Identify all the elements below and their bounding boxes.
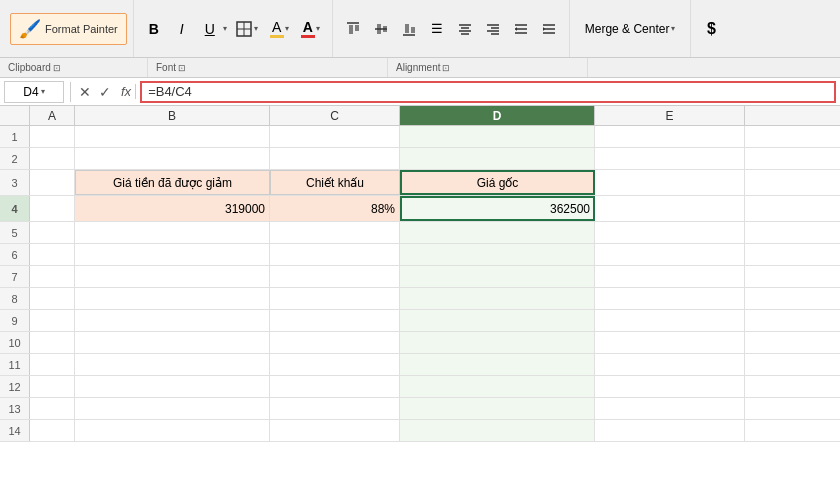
increase-indent-button[interactable] [537,17,561,41]
align-top-button[interactable] [341,17,365,41]
cell-c8[interactable] [270,288,400,309]
underline-button[interactable]: U [198,17,222,41]
cell-e4[interactable] [595,196,745,221]
cell-b7[interactable] [75,266,270,287]
cell-a12[interactable] [30,376,75,397]
cell-c6[interactable] [270,244,400,265]
cell-c3[interactable]: Chiết khấu [270,170,400,195]
confirm-formula-button[interactable]: ✓ [97,84,113,100]
cell-b3[interactable]: Giá tiền đã được giảm [75,170,270,195]
align-bottom-button[interactable] [397,17,421,41]
col-header-e[interactable]: E [595,106,745,125]
cell-c12[interactable] [270,376,400,397]
cell-b2[interactable] [75,148,270,169]
col-header-b[interactable]: B [75,106,270,125]
cell-b13[interactable] [75,398,270,419]
col-header-c[interactable]: C [270,106,400,125]
cell-d11[interactable] [400,354,595,375]
dollar-button[interactable]: $ [699,17,723,41]
italic-button[interactable]: I [170,17,194,41]
alignment-expand-icon[interactable]: ⊡ [442,63,450,73]
cell-e10[interactable] [595,332,745,353]
cell-e9[interactable] [595,310,745,331]
cell-d9[interactable] [400,310,595,331]
cell-d7[interactable] [400,266,595,287]
cell-c1[interactable] [270,126,400,147]
cell-b6[interactable] [75,244,270,265]
cell-b4[interactable]: 319000 [75,196,270,221]
cell-a9[interactable] [30,310,75,331]
underline-button-group[interactable]: U ▾ [198,17,227,41]
cell-b10[interactable] [75,332,270,353]
cell-e5[interactable] [595,222,745,243]
borders-dropdown-arrow[interactable]: ▾ [254,24,258,33]
fill-dropdown-arrow[interactable]: ▾ [285,24,289,33]
cell-e8[interactable] [595,288,745,309]
cell-d6[interactable] [400,244,595,265]
cell-d10[interactable] [400,332,595,353]
cell-b1[interactable] [75,126,270,147]
col-header-d[interactable]: D [400,106,595,125]
cell-e3[interactable] [595,170,745,195]
cell-d5[interactable] [400,222,595,243]
cell-c14[interactable] [270,420,400,441]
cell-a10[interactable] [30,332,75,353]
cell-a2[interactable] [30,148,75,169]
cell-c9[interactable] [270,310,400,331]
cell-a3[interactable] [30,170,75,195]
cell-a5[interactable] [30,222,75,243]
cell-d3[interactable]: Giá gốc [400,170,595,195]
cell-e6[interactable] [595,244,745,265]
merge-dropdown-arrow[interactable]: ▾ [671,24,675,33]
cell-a6[interactable] [30,244,75,265]
cell-c4[interactable]: 88% [270,196,400,221]
cell-ref-dropdown-arrow[interactable]: ▾ [41,87,45,96]
cell-e1[interactable] [595,126,745,147]
cell-b9[interactable] [75,310,270,331]
align-right-button[interactable] [481,17,505,41]
align-middle-button[interactable] [369,17,393,41]
cell-d13[interactable] [400,398,595,419]
cell-b5[interactable] [75,222,270,243]
bold-button[interactable]: B [142,17,166,41]
cell-c11[interactable] [270,354,400,375]
cell-e7[interactable] [595,266,745,287]
cell-a7[interactable] [30,266,75,287]
cell-e12[interactable] [595,376,745,397]
cell-d8[interactable] [400,288,595,309]
format-painter-button[interactable]: 🖌️ Format Painter [10,13,127,45]
underline-dropdown-arrow[interactable]: ▾ [223,24,227,33]
cell-a13[interactable] [30,398,75,419]
align-left-button[interactable]: ☰ [425,17,449,41]
cell-b14[interactable] [75,420,270,441]
cell-c5[interactable] [270,222,400,243]
cell-d14[interactable] [400,420,595,441]
col-header-a[interactable]: A [30,106,75,125]
cell-b11[interactable] [75,354,270,375]
cell-c10[interactable] [270,332,400,353]
cell-a1[interactable] [30,126,75,147]
cell-c13[interactable] [270,398,400,419]
cell-a11[interactable] [30,354,75,375]
merge-center-button[interactable]: Merge & Center ▾ [578,17,683,41]
cell-e2[interactable] [595,148,745,169]
cell-c7[interactable] [270,266,400,287]
cell-d12[interactable] [400,376,595,397]
cell-e13[interactable] [595,398,745,419]
cell-b8[interactable] [75,288,270,309]
cell-c2[interactable] [270,148,400,169]
cell-a4[interactable] [30,196,75,221]
cell-a8[interactable] [30,288,75,309]
font-color-button[interactable]: A ▾ [297,16,324,41]
cell-a14[interactable] [30,420,75,441]
cell-d1[interactable] [400,126,595,147]
decrease-indent-button[interactable] [509,17,533,41]
borders-button[interactable]: ▾ [231,17,262,41]
cell-d2[interactable] [400,148,595,169]
cell-reference-box[interactable]: D4 ▾ [4,81,64,103]
fill-color-button[interactable]: A ▾ [266,16,293,41]
align-center-button[interactable] [453,17,477,41]
font-color-dropdown-arrow[interactable]: ▾ [316,24,320,33]
clipboard-expand-icon[interactable]: ⊡ [53,63,61,73]
font-expand-icon[interactable]: ⊡ [178,63,186,73]
